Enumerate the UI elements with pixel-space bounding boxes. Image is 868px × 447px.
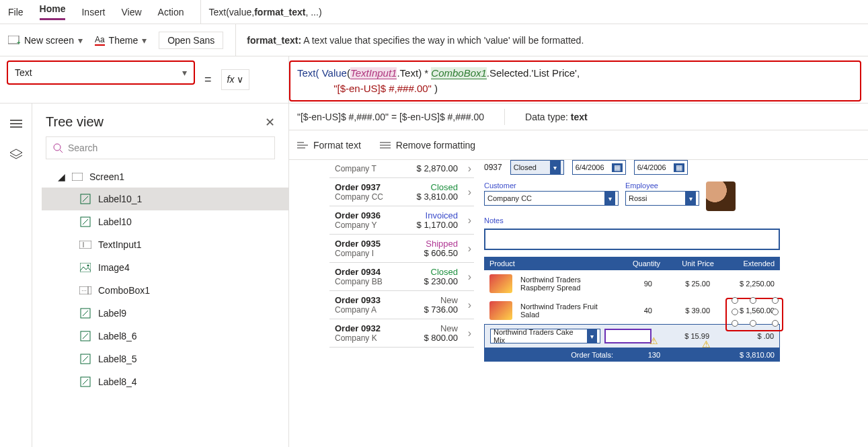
help-body: A text value that specifies the way in w… xyxy=(301,35,584,46)
new-screen-label: New screen xyxy=(24,35,74,46)
pencil-icon xyxy=(79,193,91,205)
date1-picker[interactable]: 6/4/2006▦ xyxy=(572,160,626,175)
tok: Value xyxy=(322,67,347,79)
menu-view[interactable]: View xyxy=(121,7,141,17)
chevron-right-icon: › xyxy=(468,243,471,255)
formula-tools: Format text Remove formatting xyxy=(289,130,868,160)
datatype-value: text xyxy=(571,112,588,122)
svg-point-16 xyxy=(87,265,89,267)
chevron-right-icon: › xyxy=(468,214,471,227)
theme-icon: Aa xyxy=(95,35,105,46)
date2-picker[interactable]: 6/4/2006▦ xyxy=(634,160,688,175)
help-label: format_text: xyxy=(247,35,301,46)
tree-item-image4[interactable]: Image4 xyxy=(42,256,288,279)
new-screen-button[interactable]: + New screen xyxy=(8,35,83,46)
tree-item-label: Label10_1 xyxy=(98,194,142,204)
col-qty: Quantity xyxy=(613,259,660,268)
close-icon[interactable]: ✕ xyxy=(265,115,275,130)
svg-line-10 xyxy=(83,196,88,202)
product-row: Northwind Traders Raspberry Spread90$ 25… xyxy=(484,270,780,297)
col-ext: Extended xyxy=(714,259,775,268)
pencil-icon xyxy=(79,376,91,388)
tree-search[interactable]: Search xyxy=(46,136,275,159)
combo-icon: ⋯ xyxy=(79,284,91,296)
theme-button[interactable]: Aa Theme xyxy=(95,35,147,46)
svg-line-7 xyxy=(60,150,63,153)
svg-line-12 xyxy=(83,219,88,225)
fx-button[interactable]: fx ∨ xyxy=(221,69,249,90)
canvas[interactable]: Company T$ 2,870.00›Order 0937Company CC… xyxy=(289,160,868,447)
chevron-right-icon: › xyxy=(468,299,471,311)
tree-item-label10[interactable]: Label10 xyxy=(42,210,288,233)
layers-icon[interactable] xyxy=(8,147,24,163)
selection-handles[interactable] xyxy=(735,300,775,323)
notes-input[interactable] xyxy=(484,229,780,250)
ref-combobox1: ComboBox1 xyxy=(431,67,487,79)
tree-item-textinput1[interactable]: TextInput1 xyxy=(42,233,288,256)
tree-item-label8_5[interactable]: Label8_5 xyxy=(42,348,288,370)
unformat-icon xyxy=(380,141,391,149)
tree-item-label: Label10 xyxy=(98,216,132,227)
menu-insert[interactable]: Insert xyxy=(81,7,105,17)
warning-icon: ⚠ xyxy=(702,339,711,350)
order-item[interactable]: Order 0934Company BBClosed$ 230.00› xyxy=(329,263,474,291)
remove-formatting-label: Remove formatting xyxy=(396,140,475,151)
chevron-right-icon: › xyxy=(468,327,471,339)
order-item[interactable]: Company T$ 2,870.00› xyxy=(329,160,474,178)
employee-dropdown[interactable]: Rossi▾ xyxy=(625,191,699,206)
product-header: Product Quantity Unit Price Extended xyxy=(484,257,780,270)
format-text-label: Format text xyxy=(313,140,361,151)
font-selector[interactable]: Open Sans xyxy=(159,32,223,49)
order-item[interactable]: Order 0933Company ANew$ 736.00› xyxy=(329,291,474,319)
collapse-icon[interactable]: ◢ xyxy=(58,171,65,182)
tree-item-label8_4[interactable]: Label8_4 xyxy=(42,370,288,393)
tree-item-label10_1[interactable]: Label10_1 xyxy=(42,188,288,210)
order-number: 0937 xyxy=(484,163,502,172)
search-icon xyxy=(53,143,63,153)
property-selector[interactable]: Text xyxy=(7,60,195,85)
menu-file[interactable]: File xyxy=(8,7,24,17)
status-dropdown[interactable]: Closed▾ xyxy=(510,160,564,175)
hamburger-icon[interactable] xyxy=(8,116,24,132)
datatype-label: Data type: xyxy=(525,112,571,122)
screen-icon: + xyxy=(8,36,20,45)
order-item[interactable]: Order 0932Company KNew$ 800.00› xyxy=(329,319,474,348)
product-input-row: Northwind Traders Cake Mix▾ ⚠ $ 15.99⚠ $… xyxy=(484,324,780,348)
totals-amount: $ 3,810.00 xyxy=(714,351,775,359)
order-item[interactable]: Order 0937Company CCClosed$ 3,810.00› xyxy=(329,178,474,206)
tok: ) xyxy=(432,83,438,94)
tok: .Selected.'List Price', xyxy=(487,67,580,79)
function-signature: Text(value, format_text , ...) xyxy=(200,0,861,24)
order-item[interactable]: Order 0935Company IShipped$ 606.50› xyxy=(329,235,474,263)
property-name: Text xyxy=(15,67,32,78)
formula-bar[interactable]: Text( Value(TextInput1.Text) * ComboBox1… xyxy=(289,60,861,101)
customer-dropdown[interactable]: Company CC▾ xyxy=(484,191,619,206)
tree-item-combobox1[interactable]: ⋯ComboBox1 xyxy=(42,279,288,302)
product-qty: 40 xyxy=(605,307,652,315)
product-name: Northwind Traders Raspberry Spread xyxy=(520,276,601,292)
tree-item-label: Label9 xyxy=(98,308,126,319)
product-combobox[interactable]: Northwind Traders Cake Mix▾ xyxy=(490,329,600,343)
svg-point-6 xyxy=(54,144,61,151)
order-detail: 0937 Closed▾ 6/4/2006▦ 6/4/2006▦ Custome… xyxy=(484,160,780,362)
col-product: Product xyxy=(489,259,613,268)
svg-line-25 xyxy=(83,356,88,362)
formula-bar-wrap: Text( Value(TextInput1.Text) * ComboBox1… xyxy=(289,56,868,104)
remove-formatting-button[interactable]: Remove formatting xyxy=(380,140,475,151)
format-text-button[interactable]: Format text xyxy=(297,140,361,151)
textinput-icon xyxy=(79,239,91,251)
order-item[interactable]: Order 0936Company YInvoiced$ 1,170.00› xyxy=(329,206,474,235)
pencil-icon xyxy=(79,353,91,365)
tree-root[interactable]: ◢ Screen1 xyxy=(42,166,288,188)
top-menu: File Home Insert View Action Text(value,… xyxy=(0,0,868,24)
format-icon xyxy=(297,141,308,149)
quantity-input[interactable] xyxy=(604,329,652,343)
tree-item-label9[interactable]: Label9 xyxy=(42,302,288,325)
menu-action[interactable]: Action xyxy=(158,7,184,17)
product-thumb xyxy=(489,301,512,320)
tree-view-title: Tree view xyxy=(46,114,104,130)
menu-home[interactable]: Home xyxy=(40,3,66,20)
svg-line-21 xyxy=(83,311,88,316)
pencil-icon xyxy=(79,307,91,319)
tree-item-label8_6[interactable]: Label8_6 xyxy=(42,325,288,348)
